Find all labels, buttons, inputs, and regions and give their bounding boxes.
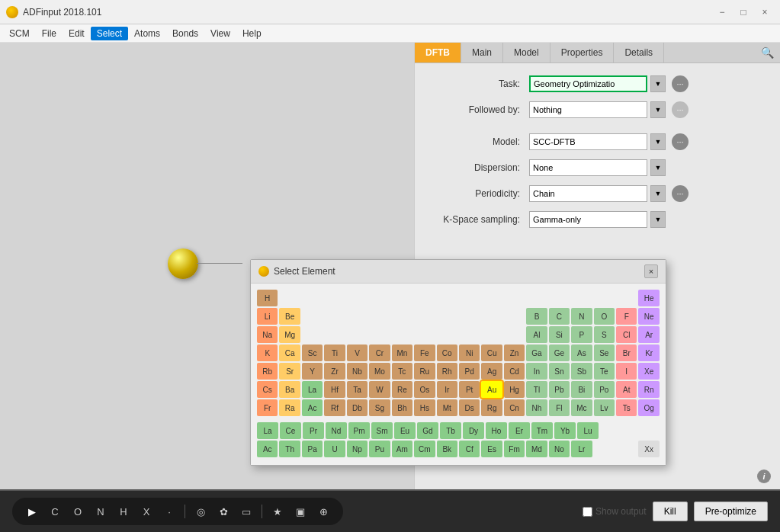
element-Nh[interactable]: Nh bbox=[526, 399, 547, 416]
element-Au[interactable]: Au bbox=[481, 381, 502, 398]
element-Ru[interactable]: Ru bbox=[414, 363, 435, 380]
element-Mg[interactable]: Mg bbox=[279, 326, 300, 343]
element-Ni[interactable]: Ni bbox=[459, 345, 480, 361]
element-Zn[interactable]: Zn bbox=[504, 345, 525, 361]
element-U[interactable]: U bbox=[324, 441, 345, 457]
element-Ar[interactable]: Ar bbox=[638, 326, 659, 343]
info-icon[interactable]: i bbox=[757, 470, 771, 483]
element-O[interactable]: O bbox=[594, 308, 615, 325]
element-Hf[interactable]: Hf bbox=[324, 381, 345, 398]
element-Kr[interactable]: Kr bbox=[638, 345, 659, 361]
kill-button[interactable]: Kill bbox=[653, 502, 688, 521]
model-more-button[interactable]: ··· bbox=[672, 133, 689, 150]
element-Sr[interactable]: Sr bbox=[279, 363, 300, 380]
element-Og[interactable]: Og bbox=[638, 399, 659, 416]
element-P[interactable]: P bbox=[571, 326, 592, 343]
element-Cs[interactable]: Cs bbox=[257, 381, 278, 398]
element-Ce[interactable]: Ce bbox=[280, 422, 301, 439]
tab-properties[interactable]: Properties bbox=[550, 43, 615, 62]
element-Er[interactable]: Er bbox=[509, 422, 530, 439]
element-Nb[interactable]: Nb bbox=[347, 363, 368, 380]
element-Xx[interactable]: Xx bbox=[638, 441, 659, 457]
element-Ac2[interactable]: Ac bbox=[257, 441, 278, 457]
element-Ta[interactable]: Ta bbox=[347, 381, 368, 398]
element-Pa[interactable]: Pa bbox=[302, 441, 323, 457]
element-Ba[interactable]: Ba bbox=[279, 381, 300, 398]
element-Hs[interactable]: Hs bbox=[414, 399, 435, 416]
element-Cm[interactable]: Cm bbox=[414, 441, 435, 457]
element-He[interactable]: He bbox=[638, 290, 659, 306]
close-button[interactable]: × bbox=[756, 5, 774, 20]
element-I[interactable]: I bbox=[616, 363, 637, 380]
element-Ir[interactable]: Ir bbox=[437, 381, 457, 398]
tool-nitrogen[interactable]: N bbox=[91, 502, 110, 521]
element-Na[interactable]: Na bbox=[257, 326, 278, 343]
tab-model[interactable]: Model bbox=[503, 43, 550, 62]
element-Mc[interactable]: Mc bbox=[571, 399, 592, 416]
element-Os[interactable]: Os bbox=[414, 381, 435, 398]
element-Pb[interactable]: Pb bbox=[549, 381, 570, 398]
element-Db[interactable]: Db bbox=[347, 399, 368, 416]
element-Y[interactable]: Y bbox=[302, 363, 323, 380]
menu-scm[interactable]: SCM bbox=[3, 27, 36, 40]
menu-view[interactable]: View bbox=[204, 27, 236, 40]
periodicity-select[interactable]: Chain bbox=[529, 185, 647, 202]
element-As[interactable]: As bbox=[571, 345, 592, 361]
element-Si[interactable]: Si bbox=[549, 326, 570, 343]
element-Md[interactable]: Md bbox=[526, 441, 547, 457]
element-Tl[interactable]: Tl bbox=[526, 381, 547, 398]
element-Yb[interactable]: Yb bbox=[554, 422, 576, 439]
element-Ti[interactable]: Ti bbox=[324, 345, 345, 361]
show-output-checkbox[interactable] bbox=[583, 507, 592, 517]
element-Te[interactable]: Te bbox=[594, 363, 615, 380]
minimize-button[interactable]: − bbox=[713, 5, 731, 20]
element-Sb[interactable]: Sb bbox=[571, 363, 592, 380]
element-Hg[interactable]: Hg bbox=[504, 381, 525, 398]
element-Ca[interactable]: Ca bbox=[279, 345, 300, 361]
element-Ds[interactable]: Ds bbox=[459, 399, 480, 416]
menu-select[interactable]: Select bbox=[91, 27, 128, 40]
element-Re[interactable]: Re bbox=[392, 381, 412, 398]
element-Pd[interactable]: Pd bbox=[459, 363, 480, 380]
model-select[interactable]: SCC-DFTB bbox=[529, 133, 647, 150]
tool-gear[interactable]: ✿ bbox=[214, 502, 233, 521]
element-W[interactable]: W bbox=[369, 381, 390, 398]
element-Pm[interactable]: Pm bbox=[348, 422, 370, 439]
element-Sm[interactable]: Sm bbox=[371, 422, 393, 439]
element-Ra[interactable]: Ra bbox=[279, 399, 300, 416]
followed-select-arrow[interactable]: ▼ bbox=[650, 101, 666, 118]
element-Cn[interactable]: Cn bbox=[504, 399, 525, 416]
element-Fr[interactable]: Fr bbox=[257, 399, 278, 416]
element-Rn[interactable]: Rn bbox=[638, 381, 659, 398]
element-Ne[interactable]: Ne bbox=[638, 308, 659, 325]
element-Bk[interactable]: Bk bbox=[437, 441, 457, 457]
followed-select[interactable]: Nothing bbox=[529, 101, 647, 118]
search-button[interactable]: 🔍 bbox=[755, 43, 780, 62]
pre-optimize-button[interactable]: Pre-optimize bbox=[694, 502, 768, 521]
element-N[interactable]: N bbox=[571, 308, 592, 325]
element-Nd[interactable]: Nd bbox=[326, 422, 347, 439]
dispersion-select-arrow[interactable]: ▼ bbox=[650, 159, 666, 176]
element-Fm[interactable]: Fm bbox=[504, 441, 525, 457]
task-more-button[interactable]: ··· bbox=[672, 75, 689, 92]
element-Ts[interactable]: Ts bbox=[616, 399, 637, 416]
dispersion-select[interactable]: None bbox=[529, 159, 647, 176]
element-Po[interactable]: Po bbox=[594, 381, 615, 398]
element-Tb[interactable]: Tb bbox=[440, 422, 461, 439]
tool-rect[interactable]: ▭ bbox=[237, 502, 255, 521]
element-Ho[interactable]: Ho bbox=[486, 422, 507, 439]
element-Cl[interactable]: Cl bbox=[616, 326, 637, 343]
element-Pt[interactable]: Pt bbox=[459, 381, 480, 398]
element-Lu[interactable]: Lu bbox=[577, 422, 599, 439]
element-Be[interactable]: Be bbox=[279, 308, 300, 325]
element-Bi[interactable]: Bi bbox=[571, 381, 592, 398]
element-La2[interactable]: La bbox=[257, 422, 278, 439]
element-Lv[interactable]: Lv bbox=[594, 399, 615, 416]
element-Am[interactable]: Am bbox=[392, 441, 412, 457]
element-Se[interactable]: Se bbox=[594, 345, 615, 361]
task-select-arrow[interactable]: ▼ bbox=[650, 75, 666, 92]
element-Tm[interactable]: Tm bbox=[531, 422, 553, 439]
periodicity-select-arrow[interactable]: ▼ bbox=[650, 185, 666, 202]
element-Mt[interactable]: Mt bbox=[437, 399, 457, 416]
element-F[interactable]: F bbox=[616, 308, 637, 325]
